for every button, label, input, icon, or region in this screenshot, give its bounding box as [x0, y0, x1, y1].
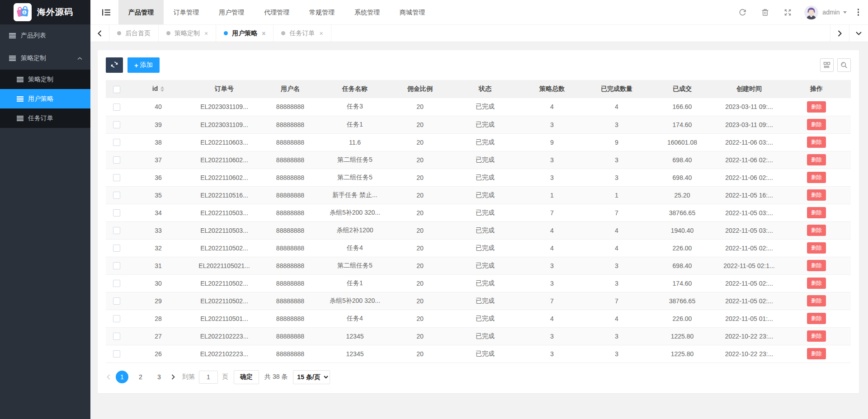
user-menu[interactable]: admin	[804, 5, 846, 19]
cell-strategy_total: 4	[519, 221, 585, 239]
cell-turnover: 38766.65	[648, 204, 716, 221]
card-toolbar: + 添加	[106, 57, 851, 73]
cell-username: 88888888	[259, 239, 321, 257]
page-tab[interactable]: 策略定制×	[159, 25, 216, 42]
row-checkbox[interactable]	[113, 262, 120, 269]
delete-button[interactable]: 删除	[807, 189, 826, 201]
topnav-tab[interactable]: 产品管理	[118, 0, 164, 24]
column-filter-icon[interactable]	[820, 58, 834, 72]
tabs-scroll-left-icon[interactable]	[90, 25, 109, 42]
page-tab[interactable]: 用户策略×	[216, 25, 274, 42]
page-number[interactable]: 2	[134, 371, 147, 383]
sort-icon[interactable]	[160, 85, 164, 94]
delete-button[interactable]: 删除	[807, 154, 826, 165]
row-checkbox[interactable]	[113, 192, 120, 199]
refresh-icon[interactable]	[731, 0, 754, 24]
page-jump-input[interactable]	[199, 371, 218, 384]
row-checkbox[interactable]	[113, 350, 120, 358]
row-checkbox[interactable]	[113, 156, 120, 164]
row-checkbox[interactable]	[113, 209, 120, 217]
cell-id: 34	[127, 204, 189, 221]
delete-button[interactable]: 删除	[807, 172, 826, 183]
row-checkbox[interactable]	[113, 315, 120, 322]
cell-status: 已完成	[451, 310, 519, 327]
tabs-dropdown-icon[interactable]	[849, 25, 868, 42]
delete-button[interactable]: 删除	[807, 260, 826, 271]
select-all-checkbox[interactable]	[113, 86, 120, 93]
page-size-select[interactable]: 15 条/页	[293, 370, 330, 384]
prev-page-icon[interactable]	[107, 374, 110, 380]
column-header-label: 策略总数	[539, 85, 565, 92]
delete-button[interactable]: 删除	[807, 295, 826, 306]
delete-button[interactable]: 删除	[807, 207, 826, 218]
cell-action: 删除	[782, 345, 851, 363]
delete-button[interactable]: 删除	[807, 101, 826, 113]
cell-action: 删除	[782, 204, 851, 221]
row-checkbox[interactable]	[113, 139, 120, 146]
cell-username: 88888888	[259, 221, 321, 239]
next-page-icon[interactable]	[171, 374, 175, 380]
topnav-tab[interactable]: 常规管理	[299, 0, 344, 24]
sidebar-item[interactable]: 产品列表	[0, 24, 90, 47]
delete-button[interactable]: 删除	[807, 330, 826, 342]
refresh-table-button[interactable]	[106, 57, 123, 73]
search-icon[interactable]	[837, 58, 851, 72]
topnav-tab[interactable]: 商城管理	[390, 0, 435, 24]
close-icon[interactable]: ×	[262, 30, 265, 37]
cell-strategy_total: 3	[519, 345, 585, 363]
cell-id: 28	[127, 310, 189, 327]
cell-strategy_total: 7	[519, 204, 585, 221]
close-icon[interactable]: ×	[204, 30, 208, 37]
table-row: 26EL2022102223...888888881234520已完成33122…	[106, 345, 851, 363]
more-options-icon[interactable]	[855, 6, 862, 19]
topnav-tab[interactable]: 订单管理	[164, 0, 209, 24]
row-checkbox[interactable]	[113, 104, 120, 111]
sidebar-item[interactable]: 策略定制	[0, 47, 90, 70]
topnav-tab[interactable]: 代理管理	[254, 0, 299, 24]
page-number[interactable]: 3	[153, 371, 165, 383]
collapse-menu-icon[interactable]	[96, 0, 117, 24]
delete-button[interactable]: 删除	[807, 348, 826, 359]
cell-order_no: EL2022110516...	[189, 186, 259, 204]
cell-action: 删除	[782, 239, 851, 257]
cell-completed: 3	[585, 274, 648, 292]
row-checkbox[interactable]	[113, 227, 120, 234]
sidebar-subitem[interactable]: 用户策略	[0, 89, 90, 108]
page-number[interactable]: 1	[116, 371, 128, 383]
close-icon[interactable]: ×	[319, 30, 323, 37]
delete-button[interactable]: 删除	[807, 119, 826, 130]
topnav-tab[interactable]: 系统管理	[344, 0, 390, 24]
page-tab[interactable]: 后台首页	[109, 25, 159, 42]
delete-button[interactable]: 删除	[807, 137, 826, 148]
row-checkbox[interactable]	[113, 333, 120, 340]
confirm-button[interactable]: 确定	[234, 370, 259, 384]
trash-icon[interactable]	[754, 0, 776, 24]
delete-button[interactable]: 删除	[807, 225, 826, 236]
topnav-tab[interactable]: 用户管理	[209, 0, 254, 24]
page-tab[interactable]: 任务订单×	[274, 25, 331, 42]
jump-unit-label: 页	[222, 373, 228, 381]
sidebar-subitem[interactable]: 策略定制	[0, 70, 90, 89]
cell-commission: 20	[389, 169, 451, 186]
delete-button[interactable]: 删除	[807, 313, 826, 324]
delete-button[interactable]: 删除	[807, 242, 826, 254]
cell-status: 已完成	[451, 257, 519, 274]
fullscreen-icon[interactable]	[776, 0, 799, 24]
cell-id: 36	[127, 169, 189, 186]
sidebar-subitem[interactable]: 任务订单	[0, 108, 90, 128]
cell-id: 37	[127, 151, 189, 169]
cell-action: 删除	[782, 327, 851, 345]
row-checkbox[interactable]	[113, 280, 120, 287]
cell-created: 2022-11-06 03:...	[716, 133, 782, 151]
tabs-scroll-right-icon[interactable]	[830, 25, 849, 42]
cell-username: 88888888	[259, 116, 321, 133]
cell-status: 已完成	[451, 116, 519, 133]
add-button[interactable]: + 添加	[127, 57, 160, 73]
delete-button[interactable]: 删除	[807, 278, 826, 289]
row-checkbox[interactable]	[113, 297, 120, 305]
row-checkbox[interactable]	[113, 245, 120, 252]
row-checkbox[interactable]	[113, 174, 120, 181]
cell-status: 已完成	[451, 133, 519, 151]
cell-username: 88888888	[259, 345, 321, 363]
row-checkbox[interactable]	[113, 121, 120, 128]
